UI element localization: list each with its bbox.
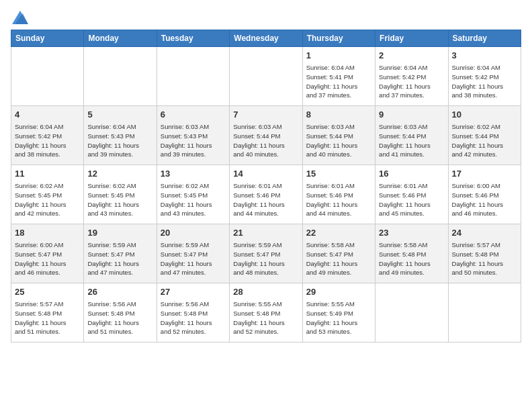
day-info: Sunrise: 6:04 AM Sunset: 5:42 PM Dayligh… xyxy=(379,63,444,100)
calendar-cell: 11Sunrise: 6:02 AM Sunset: 5:45 PM Dayli… xyxy=(11,165,84,224)
calendar-header-row: SundayMondayTuesdayWednesdayThursdayFrid… xyxy=(11,30,521,47)
page-header xyxy=(11,7,521,24)
calendar-week-row: 4Sunrise: 6:04 AM Sunset: 5:42 PM Daylig… xyxy=(11,106,521,165)
day-info: Sunrise: 5:55 AM Sunset: 5:49 PM Dayligh… xyxy=(306,300,371,336)
day-number: 29 xyxy=(306,286,371,298)
day-number: 18 xyxy=(15,227,80,239)
day-number: 6 xyxy=(161,109,226,121)
day-number: 5 xyxy=(87,109,152,121)
calendar-cell: 13Sunrise: 6:02 AM Sunset: 5:45 PM Dayli… xyxy=(157,165,229,224)
calendar-cell: 16Sunrise: 6:01 AM Sunset: 5:46 PM Dayli… xyxy=(375,165,448,224)
calendar-week-row: 25Sunrise: 5:57 AM Sunset: 5:48 PM Dayli… xyxy=(11,283,521,342)
day-info: Sunrise: 6:02 AM Sunset: 5:45 PM Dayligh… xyxy=(161,181,226,218)
day-info: Sunrise: 6:02 AM Sunset: 5:44 PM Dayligh… xyxy=(452,122,517,159)
logo-icon xyxy=(12,11,28,24)
day-number: 9 xyxy=(379,109,444,121)
day-info: Sunrise: 6:01 AM Sunset: 5:46 PM Dayligh… xyxy=(306,181,371,218)
calendar-cell: 24Sunrise: 5:57 AM Sunset: 5:48 PM Dayli… xyxy=(448,224,521,283)
calendar-cell: 25Sunrise: 5:57 AM Sunset: 5:48 PM Dayli… xyxy=(11,283,84,342)
day-info: Sunrise: 5:56 AM Sunset: 5:48 PM Dayligh… xyxy=(87,300,152,336)
day-number: 2 xyxy=(379,50,444,62)
day-info: Sunrise: 6:04 AM Sunset: 5:43 PM Dayligh… xyxy=(87,122,152,159)
day-number: 24 xyxy=(452,227,517,239)
day-number: 10 xyxy=(452,109,517,121)
calendar-cell: 20Sunrise: 5:59 AM Sunset: 5:47 PM Dayli… xyxy=(157,224,229,283)
calendar-week-row: 18Sunrise: 6:00 AM Sunset: 5:47 PM Dayli… xyxy=(11,224,521,283)
day-number: 15 xyxy=(306,168,371,180)
calendar-cell: 15Sunrise: 6:01 AM Sunset: 5:46 PM Dayli… xyxy=(302,165,375,224)
calendar-cell: 28Sunrise: 5:55 AM Sunset: 5:48 PM Dayli… xyxy=(230,283,302,342)
day-info: Sunrise: 6:01 AM Sunset: 5:46 PM Dayligh… xyxy=(233,181,298,218)
col-header-saturday: Saturday xyxy=(448,30,521,47)
calendar-cell: 22Sunrise: 5:58 AM Sunset: 5:47 PM Dayli… xyxy=(302,224,375,283)
day-info: Sunrise: 6:00 AM Sunset: 5:47 PM Dayligh… xyxy=(15,240,80,277)
calendar-cell: 10Sunrise: 6:02 AM Sunset: 5:44 PM Dayli… xyxy=(448,106,521,165)
day-info: Sunrise: 6:03 AM Sunset: 5:44 PM Dayligh… xyxy=(379,122,444,159)
day-number: 7 xyxy=(233,109,298,121)
day-number: 8 xyxy=(306,109,371,121)
day-number: 16 xyxy=(379,168,444,180)
calendar-cell: 5Sunrise: 6:04 AM Sunset: 5:43 PM Daylig… xyxy=(84,106,157,165)
calendar-cell: 21Sunrise: 5:59 AM Sunset: 5:47 PM Dayli… xyxy=(230,224,302,283)
calendar-cell xyxy=(157,47,229,106)
calendar-cell xyxy=(230,47,302,106)
day-info: Sunrise: 6:03 AM Sunset: 5:44 PM Dayligh… xyxy=(306,122,371,159)
calendar-cell: 27Sunrise: 5:56 AM Sunset: 5:48 PM Dayli… xyxy=(157,283,229,342)
day-number: 26 xyxy=(87,286,152,298)
day-info: Sunrise: 5:57 AM Sunset: 5:48 PM Dayligh… xyxy=(452,240,517,277)
calendar-week-row: 1Sunrise: 6:04 AM Sunset: 5:41 PM Daylig… xyxy=(11,47,521,106)
col-header-thursday: Thursday xyxy=(302,30,375,47)
day-info: Sunrise: 6:03 AM Sunset: 5:44 PM Dayligh… xyxy=(233,122,298,159)
day-number: 11 xyxy=(15,168,80,180)
logo xyxy=(11,11,28,24)
calendar-cell: 19Sunrise: 5:59 AM Sunset: 5:47 PM Dayli… xyxy=(84,224,157,283)
day-number: 3 xyxy=(452,50,517,62)
day-number: 27 xyxy=(161,286,226,298)
day-info: Sunrise: 5:58 AM Sunset: 5:47 PM Dayligh… xyxy=(306,240,371,277)
calendar-cell xyxy=(11,47,84,106)
calendar-cell: 4Sunrise: 6:04 AM Sunset: 5:42 PM Daylig… xyxy=(11,106,84,165)
day-info: Sunrise: 5:55 AM Sunset: 5:48 PM Dayligh… xyxy=(233,300,298,336)
calendar-cell: 18Sunrise: 6:00 AM Sunset: 5:47 PM Dayli… xyxy=(11,224,84,283)
calendar-cell: 17Sunrise: 6:00 AM Sunset: 5:46 PM Dayli… xyxy=(448,165,521,224)
day-info: Sunrise: 5:56 AM Sunset: 5:48 PM Dayligh… xyxy=(161,300,226,336)
calendar-week-row: 11Sunrise: 6:02 AM Sunset: 5:45 PM Dayli… xyxy=(11,165,521,224)
day-number: 14 xyxy=(233,168,298,180)
day-info: Sunrise: 6:04 AM Sunset: 5:41 PM Dayligh… xyxy=(306,63,371,100)
col-header-friday: Friday xyxy=(375,30,448,47)
calendar-cell: 6Sunrise: 6:03 AM Sunset: 5:43 PM Daylig… xyxy=(157,106,229,165)
day-info: Sunrise: 5:59 AM Sunset: 5:47 PM Dayligh… xyxy=(161,240,226,277)
day-info: Sunrise: 6:04 AM Sunset: 5:42 PM Dayligh… xyxy=(452,63,517,100)
calendar-cell: 12Sunrise: 6:02 AM Sunset: 5:45 PM Dayli… xyxy=(84,165,157,224)
col-header-tuesday: Tuesday xyxy=(157,30,229,47)
day-number: 13 xyxy=(161,168,226,180)
calendar-cell: 9Sunrise: 6:03 AM Sunset: 5:44 PM Daylig… xyxy=(375,106,448,165)
day-number: 12 xyxy=(87,168,152,180)
day-number: 23 xyxy=(379,227,444,239)
day-info: Sunrise: 5:59 AM Sunset: 5:47 PM Dayligh… xyxy=(87,240,152,277)
day-info: Sunrise: 6:00 AM Sunset: 5:46 PM Dayligh… xyxy=(452,181,517,218)
calendar-cell xyxy=(375,283,448,342)
calendar-cell: 23Sunrise: 5:58 AM Sunset: 5:48 PM Dayli… xyxy=(375,224,448,283)
day-number: 4 xyxy=(15,109,80,121)
calendar-cell xyxy=(84,47,157,106)
day-number: 1 xyxy=(306,50,371,62)
calendar-cell: 3Sunrise: 6:04 AM Sunset: 5:42 PM Daylig… xyxy=(448,47,521,106)
col-header-sunday: Sunday xyxy=(11,30,84,47)
col-header-wednesday: Wednesday xyxy=(230,30,302,47)
calendar-cell: 1Sunrise: 6:04 AM Sunset: 5:41 PM Daylig… xyxy=(302,47,375,106)
calendar-cell: 8Sunrise: 6:03 AM Sunset: 5:44 PM Daylig… xyxy=(302,106,375,165)
calendar-cell: 26Sunrise: 5:56 AM Sunset: 5:48 PM Dayli… xyxy=(84,283,157,342)
day-info: Sunrise: 6:02 AM Sunset: 5:45 PM Dayligh… xyxy=(87,181,152,218)
day-info: Sunrise: 6:02 AM Sunset: 5:45 PM Dayligh… xyxy=(15,181,80,218)
calendar-table: SundayMondayTuesdayWednesdayThursdayFrid… xyxy=(11,30,521,342)
calendar-cell xyxy=(448,283,521,342)
col-header-monday: Monday xyxy=(84,30,157,47)
day-number: 17 xyxy=(452,168,517,180)
calendar-cell: 2Sunrise: 6:04 AM Sunset: 5:42 PM Daylig… xyxy=(375,47,448,106)
calendar-cell: 29Sunrise: 5:55 AM Sunset: 5:49 PM Dayli… xyxy=(302,283,375,342)
day-info: Sunrise: 5:59 AM Sunset: 5:47 PM Dayligh… xyxy=(233,240,298,277)
day-info: Sunrise: 5:57 AM Sunset: 5:48 PM Dayligh… xyxy=(15,300,80,336)
day-number: 20 xyxy=(161,227,226,239)
day-number: 19 xyxy=(87,227,152,239)
